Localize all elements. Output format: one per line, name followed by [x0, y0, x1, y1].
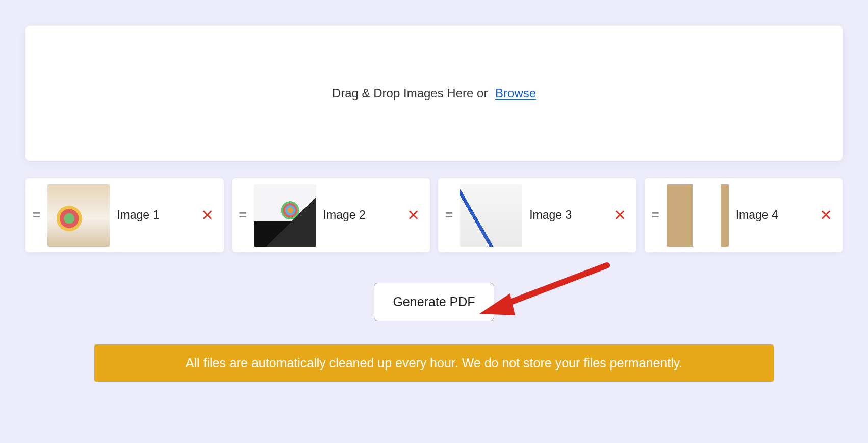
image-label: Image 3 — [527, 208, 610, 223]
image-label: Image 2 — [321, 208, 404, 223]
image-label: Image 4 — [734, 208, 816, 223]
drag-handle-icon[interactable]: = — [33, 211, 42, 219]
image-thumbnail — [667, 184, 729, 247]
drag-handle-icon[interactable]: = — [445, 211, 455, 219]
remove-icon[interactable]: ✕ — [198, 206, 217, 224]
drag-handle-icon[interactable]: = — [239, 211, 249, 219]
dropzone[interactable]: Drag & Drop Images Here or Browse — [25, 26, 843, 161]
remove-icon[interactable]: ✕ — [610, 206, 629, 224]
image-card: = Image 3 ✕ — [438, 178, 636, 252]
image-thumbnail — [254, 184, 316, 247]
drag-handle-icon[interactable]: = — [652, 211, 661, 219]
dropzone-text: Drag & Drop Images Here or Browse — [332, 86, 536, 101]
image-thumbnail — [460, 184, 522, 247]
browse-link[interactable]: Browse — [495, 86, 536, 100]
cleanup-notice: All files are automatically cleaned up e… — [94, 344, 774, 382]
image-label: Image 1 — [115, 208, 197, 223]
image-thumbnail — [47, 184, 110, 247]
image-card: = Image 4 ✕ — [645, 178, 843, 252]
image-card: = Image 1 ✕ — [25, 178, 224, 252]
svg-line-0 — [500, 265, 607, 306]
dropzone-prompt: Drag & Drop Images Here or — [332, 86, 488, 100]
image-card: = Image 2 ✕ — [232, 178, 430, 252]
annotation-arrow-icon — [474, 260, 617, 322]
remove-icon[interactable]: ✕ — [404, 206, 423, 224]
generate-pdf-button[interactable]: Generate PDF — [374, 283, 494, 321]
image-list: = Image 1 ✕ = Image 2 ✕ = Image 3 ✕ = Im… — [25, 178, 843, 252]
remove-icon[interactable]: ✕ — [816, 206, 835, 224]
generate-row: Generate PDF — [25, 283, 843, 321]
